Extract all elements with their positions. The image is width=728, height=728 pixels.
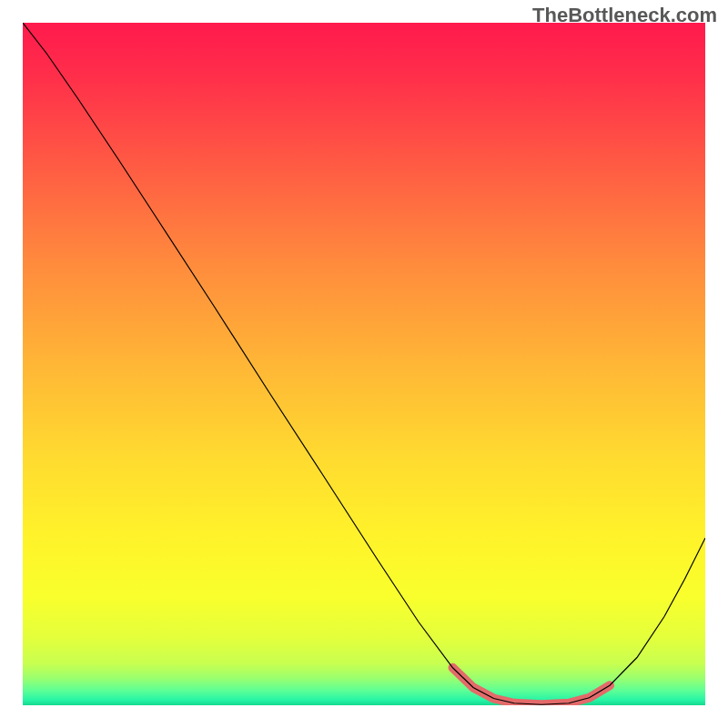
plot-area [23, 23, 705, 705]
svg-rect-0 [23, 23, 705, 705]
bottleneck-chart: TheBottleneck.com [0, 0, 728, 728]
watermark-text: TheBottleneck.com [532, 4, 717, 27]
gradient-background [23, 23, 705, 705]
